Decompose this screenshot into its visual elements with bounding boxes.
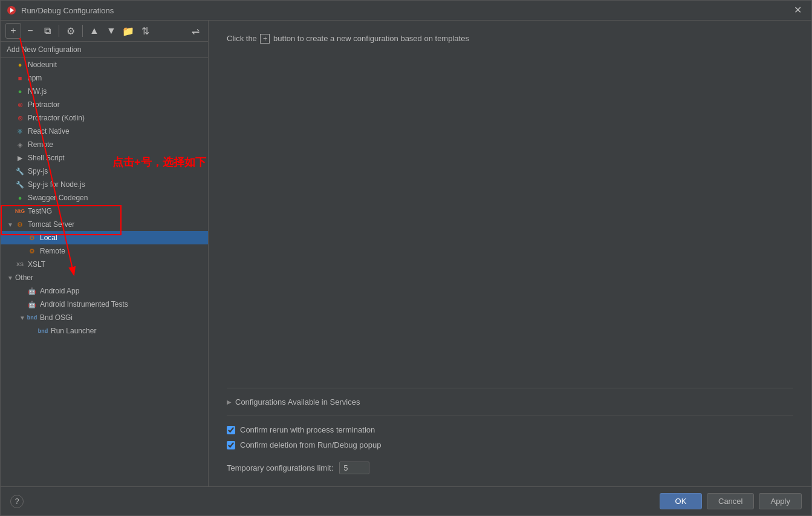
tree-item-protractor[interactable]: ⊗ Protractor bbox=[1, 98, 208, 111]
tree-item-npm[interactable]: ■ npm bbox=[1, 71, 208, 85]
services-header[interactable]: ▶ Configurations Available in Services bbox=[227, 397, 793, 407]
move-down-button[interactable]: ▼ bbox=[103, 23, 119, 39]
tree-item-spy-js-node[interactable]: 🔧 Spy-js for Node.js bbox=[1, 178, 208, 191]
protractor-icon: ⊗ bbox=[15, 100, 25, 109]
move-up-button[interactable]: ▲ bbox=[86, 23, 102, 39]
title-bar: Run/Debug Configurations ✕ bbox=[1, 1, 811, 21]
spy-js-node-label: Spy-js for Node.js bbox=[28, 180, 85, 189]
tree-item-protractor-kotlin[interactable]: ⊗ Protractor (Kotlin) bbox=[1, 111, 208, 125]
services-label: Configurations Available in Services bbox=[235, 397, 360, 407]
add-config-button[interactable]: + bbox=[5, 23, 21, 39]
nodeunit-icon: ● bbox=[15, 60, 25, 70]
confirm-deletion-label[interactable]: Confirm deletion from Run/Debug popup bbox=[240, 440, 381, 449]
tree-item-other[interactable]: ▼ Other bbox=[1, 271, 208, 284]
tree-arrow-protractor bbox=[5, 100, 15, 109]
remote-top-label: Remote bbox=[28, 140, 53, 149]
tree-item-react-native[interactable]: ⚛ React Native bbox=[1, 125, 208, 138]
services-section: ▶ Configurations Available in Services bbox=[227, 379, 793, 425]
copy-config-button[interactable]: ⧉ bbox=[39, 23, 55, 39]
tree-arrow-run-launcher bbox=[28, 326, 38, 336]
xslt-icon: XS bbox=[15, 260, 25, 269]
help-icon: ? bbox=[15, 497, 19, 506]
ok-label: OK bbox=[675, 497, 687, 506]
tree-container[interactable]: ● Nodeunit ■ npm ● NW.js bbox=[1, 58, 208, 486]
remote-top-icon: ◈ bbox=[15, 140, 25, 149]
dialog-title: Run/Debug Configurations bbox=[21, 6, 114, 15]
tree-item-nodeunit[interactable]: ● Nodeunit bbox=[1, 58, 208, 71]
run-debug-dialog: Run/Debug Configurations ✕ + − ⧉ ⚙ ▲ ▼ 📁… bbox=[0, 0, 812, 516]
services-arrow: ▶ bbox=[227, 399, 232, 405]
tree-arrow-xslt bbox=[5, 260, 15, 269]
confirm-deletion-checkbox[interactable] bbox=[227, 441, 235, 449]
cancel-button[interactable]: Cancel bbox=[707, 493, 754, 509]
sort-button[interactable]: ⇅ bbox=[137, 23, 153, 39]
confirm-rerun-checkbox[interactable] bbox=[227, 426, 235, 434]
confirm-rerun-label[interactable]: Confirm rerun with process termination bbox=[240, 425, 375, 434]
tree-item-bnd-osgi[interactable]: ▼ bnd Bnd OSGi bbox=[1, 311, 208, 324]
folder-button[interactable]: 📁 bbox=[120, 23, 136, 39]
cancel-label: Cancel bbox=[718, 497, 742, 506]
tree-item-android-app[interactable]: 🤖 Android App bbox=[1, 284, 208, 298]
apply-button[interactable]: Apply bbox=[759, 493, 802, 509]
tree-arrow-bnd-osgi: ▼ bbox=[18, 313, 27, 322]
temp-limit-label: Temporary configurations limit: bbox=[227, 463, 333, 472]
nwjs-label: NW.js bbox=[28, 87, 47, 96]
shell-label: Shell Script bbox=[28, 154, 65, 162]
tree-arrow-shell bbox=[5, 153, 15, 163]
tree-arrow-nwjs bbox=[5, 87, 15, 96]
tree-item-nwjs[interactable]: ● NW.js bbox=[1, 85, 208, 98]
toolbar-sep-2 bbox=[82, 25, 83, 37]
other-label: Other bbox=[15, 273, 33, 282]
testng-icon: NtG bbox=[15, 206, 25, 216]
tree-item-android-instrumented[interactable]: 🤖 Android Instrumented Tests bbox=[1, 298, 208, 311]
tree-item-tomcat-remote[interactable]: ⚙ Remote bbox=[1, 244, 208, 258]
tree-arrow-spy-js-node bbox=[5, 180, 15, 189]
left-toolbar: + − ⧉ ⚙ ▲ ▼ 📁 ⇅ ⇌ bbox=[1, 21, 208, 42]
nodeunit-label: Nodeunit bbox=[28, 60, 57, 69]
tree-arrow-testng bbox=[5, 206, 15, 216]
temp-limit-row: Temporary configurations limit: bbox=[227, 462, 793, 474]
bottom-right: OK Cancel Apply bbox=[660, 493, 802, 509]
testng-label: TestNG bbox=[28, 207, 52, 215]
tree-item-swagger[interactable]: ● Swagger Codegen bbox=[1, 191, 208, 204]
left-panel-header: Add New Configuration bbox=[1, 42, 208, 58]
tree-arrow-tomcat-remote bbox=[18, 246, 27, 256]
tree-item-run-launcher[interactable]: bnd Run Launcher bbox=[1, 324, 208, 338]
tomcat-label: Tomcat Server bbox=[28, 220, 74, 229]
spy-js-node-icon: 🔧 bbox=[15, 180, 25, 189]
tree-arrow-tomcat-local bbox=[18, 233, 27, 243]
panel-header-title: Add New Configuration bbox=[7, 45, 81, 54]
tree-item-spy-js[interactable]: 🔧 Spy-js bbox=[1, 165, 208, 178]
tomcat-remote-label: Remote bbox=[40, 247, 65, 255]
info-text-after: button to create a new configuration bas… bbox=[273, 34, 469, 43]
android-instrumented-icon: 🤖 bbox=[27, 299, 37, 309]
tree-arrow-react-native bbox=[5, 126, 15, 136]
protractor-label: Protractor bbox=[28, 100, 60, 109]
confirm-rerun-row: Confirm rerun with process termination bbox=[227, 425, 793, 434]
tree-item-shell[interactable]: ▶ Shell Script bbox=[1, 151, 208, 165]
xslt-label: XSLT bbox=[28, 260, 45, 269]
left-panel: + − ⧉ ⚙ ▲ ▼ 📁 ⇅ ⇌ Add New Configuration bbox=[1, 21, 209, 486]
tree-item-tomcat-local[interactable]: ⚙ Local bbox=[1, 231, 208, 244]
help-button[interactable]: ? bbox=[10, 495, 24, 508]
npm-label: npm bbox=[28, 74, 42, 82]
nwjs-icon: ● bbox=[15, 87, 25, 96]
remove-config-button[interactable]: − bbox=[22, 23, 38, 39]
bottom-bar: ? OK Cancel Apply bbox=[1, 486, 811, 515]
settings-button[interactable]: ⚙ bbox=[63, 23, 79, 39]
filter-button[interactable]: ⇌ bbox=[187, 23, 203, 39]
ok-button[interactable]: OK bbox=[660, 493, 702, 509]
tree-arrow-tomcat: ▼ bbox=[5, 220, 15, 229]
tree-arrow-npm bbox=[5, 73, 15, 83]
temp-limit-input[interactable] bbox=[339, 462, 369, 474]
tree-arrow-other: ▼ bbox=[5, 273, 15, 282]
bnd-osgi-label: Bnd OSGi bbox=[40, 313, 73, 322]
close-button[interactable]: ✕ bbox=[790, 4, 805, 16]
tree-item-xslt[interactable]: XS XSLT bbox=[1, 258, 208, 271]
tree-item-tomcat-server[interactable]: ▼ ⚙ Tomcat Server bbox=[1, 218, 208, 231]
swagger-label: Swagger Codegen bbox=[28, 194, 88, 202]
tomcat-icon: ⚙ bbox=[15, 220, 25, 229]
tree-arrow-swagger bbox=[5, 193, 15, 203]
tree-item-testng[interactable]: NtG TestNG bbox=[1, 204, 208, 218]
tree-item-remote-top[interactable]: ◈ Remote bbox=[1, 138, 208, 151]
